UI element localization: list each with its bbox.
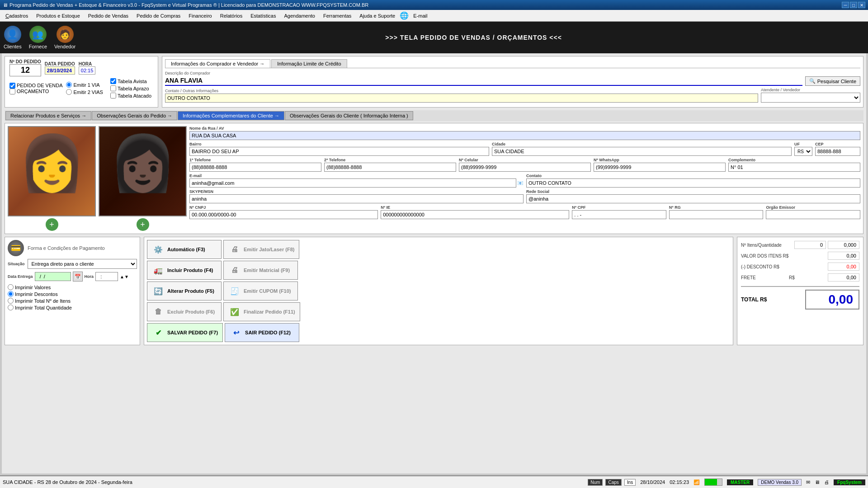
menu-email[interactable]: E-mail (410, 12, 431, 20)
data-pedido-value: 28/10/2024 (45, 66, 75, 75)
hora-entrega-input[interactable] (95, 272, 118, 281)
pesquisar-cliente-button[interactable]: 🔍 Pesquisar Cliente (805, 76, 860, 86)
rg-input[interactable] (669, 210, 764, 219)
tel2-input[interactable] (324, 163, 456, 172)
automatico-button[interactable]: ⚙️ Automático (F3) (147, 240, 222, 259)
cep-input[interactable] (815, 147, 860, 156)
tabela-avista-checkbox[interactable] (110, 78, 116, 84)
emitir-jato-button[interactable]: 🖨 Emitir Jato/Laser (F8) (223, 240, 299, 259)
tabela-aprazo-checkbox[interactable] (110, 85, 116, 91)
emitir1-radio[interactable]: Emitir 1 VIA (66, 82, 103, 88)
section-tab-info-complementar[interactable]: Informações Complementares do Cliente → (178, 111, 284, 120)
print-total-itens[interactable]: Imprimir Total Nº de Itens (8, 298, 137, 304)
person-image-1 (9, 127, 95, 216)
menu-pedido-compras[interactable]: Pedido de Compras (133, 12, 184, 20)
vendedor-icon: 🧑 (57, 26, 74, 43)
excluir-produto-button[interactable]: 🗑 Excluir Produto (F6) (147, 302, 222, 321)
situacao-select[interactable]: Entrega direto para o cliente Aguardando (28, 259, 137, 269)
incluir-produto-button[interactable]: 🚛 Incluir Produto (F4) (147, 261, 222, 280)
menu-pedido-vendas[interactable]: Pedido de Vendas (85, 12, 132, 20)
toolbar-clientes[interactable]: 👤 Clientes (4, 26, 22, 49)
finalizar-pedido-button[interactable]: ✅ Finalizar Pedido (F11) (223, 302, 300, 321)
photo-add-button-2[interactable]: + (137, 218, 149, 231)
tabela-atacado-checkbox[interactable] (110, 93, 116, 99)
print-descontos[interactable]: Imprimir Descontos (8, 291, 137, 297)
whatsapp-label: Nº WhatsApp (594, 158, 726, 162)
calendar-button[interactable]: 📅 (73, 272, 83, 282)
finalizar-pedido-icon: ✅ (228, 305, 241, 318)
print-descontos-radio[interactable] (8, 291, 14, 297)
skype-input[interactable] (189, 194, 524, 203)
complemento-input[interactable] (728, 163, 860, 172)
info-tab-credito[interactable]: Informação Limite de Crédito (271, 59, 347, 68)
whatsapp-input[interactable] (594, 163, 726, 172)
close-button[interactable]: ✕ (858, 2, 865, 8)
emitir2-radio[interactable]: Emitir 2 VIAS (66, 89, 103, 95)
cpf-input[interactable] (572, 210, 666, 219)
person-image-2 (99, 127, 186, 216)
menu-relatorios[interactable]: Relatórios (217, 12, 246, 20)
pedido-venda-check[interactable]: PEDIDO DE VENDA (9, 83, 62, 89)
valor-itens-label: VALOR DOS ITENS R$ (741, 253, 788, 258)
alterar-produto-button[interactable]: 🔄 Alterar Produto (F5) (147, 282, 222, 300)
salvar-icon: ✔ (152, 326, 165, 339)
emitir2-radio-input[interactable] (66, 89, 72, 95)
emitir-cupom-button[interactable]: 🧾 Emitir CUPOM (F10) (223, 282, 298, 300)
cnpj-input[interactable] (189, 210, 378, 219)
menu-financeiro[interactable]: Financeiro (185, 12, 215, 20)
atendente-select[interactable] (761, 93, 860, 103)
title-bar-controls[interactable]: ─ □ ✕ (842, 2, 865, 8)
tel1-field: 1ª Telefone (189, 158, 321, 172)
uf-select[interactable]: RS SP RJ (794, 147, 812, 156)
emitir-matricial-button[interactable]: 🖨 Emitir Matricial (F9) (223, 261, 298, 280)
contato-input[interactable] (165, 94, 758, 103)
toolbar-fornece[interactable]: 👥 Fornece (29, 26, 47, 49)
menu-ferramentas[interactable]: Ferramentas (320, 12, 355, 20)
maximize-button[interactable]: □ (850, 2, 857, 8)
print-total-qtd-radio[interactable] (8, 305, 14, 310)
rede-social-field: Rede Social (526, 189, 860, 203)
menu-cadastros[interactable]: Cadastros (2, 12, 32, 20)
menu-agendamento[interactable]: Agendamento (280, 12, 319, 20)
tel1-input[interactable] (189, 163, 321, 172)
print-valores[interactable]: Imprimir Valores (8, 284, 137, 290)
status-demo: DEMO Vendas 3.0 (758, 479, 802, 486)
section-tab-observacoes-internas[interactable]: Observações Gerais do Cliente ( Informaç… (285, 111, 413, 120)
print-total-qtd[interactable]: Imprimir Total Quantidade (8, 305, 137, 310)
minimize-button[interactable]: ─ (842, 2, 849, 8)
tabela-aprazo-check[interactable]: Tabela Aprazo (110, 85, 151, 91)
contato-form-input[interactable] (526, 178, 860, 188)
section-tab-observacoes[interactable]: Observações Gerais do Pedido → (92, 111, 177, 120)
sair-pedido-button[interactable]: ↩ SAIR PEDIDO (F12) (225, 323, 299, 342)
print-valores-radio[interactable] (8, 284, 14, 290)
email-input[interactable] (189, 178, 516, 188)
section-tab-produtos[interactable]: Relacionar Produtos e Serviços → (5, 111, 91, 120)
pedido-right: Informações do Comprador e Vendedor → In… (162, 56, 863, 108)
toolbar-vendedor[interactable]: 🧑 Vendedor (54, 26, 75, 49)
tabela-avista-check[interactable]: Tabela Avista (110, 78, 151, 84)
hora-entrega-label: Hora (85, 274, 94, 279)
info-tab-comprador[interactable]: Informações do Comprador e Vendedor → (165, 59, 270, 68)
orcamento-check[interactable]: ORÇAMENTO (9, 89, 62, 94)
print-total-itens-radio[interactable] (8, 298, 14, 304)
cidade-input[interactable] (492, 147, 792, 156)
menu-estatisticas[interactable]: Estatísticas (247, 12, 279, 20)
celular-input[interactable] (459, 163, 591, 172)
tabela-atacado-check[interactable]: Tabela Atacado (110, 93, 151, 99)
emitir1-radio-input[interactable] (66, 82, 72, 88)
ie-input[interactable] (381, 210, 569, 219)
action-row-2: 🚛 Incluir Produto (F4) 🖨 Emitir Matricia… (147, 261, 730, 280)
orcamento-checkbox[interactable] (9, 89, 15, 94)
data-entrega-input[interactable] (35, 272, 71, 281)
bairro-input[interactable] (189, 147, 489, 156)
print-total-itens-label: Imprimir Total Nº de Itens (15, 298, 71, 304)
salvar-pedido-button[interactable]: ✔ SALVAR PEDIDO (F7) (147, 323, 223, 342)
rede-social-input[interactable] (526, 194, 860, 203)
menu-produtos-estoque[interactable]: Produtos e Estoque (33, 12, 84, 20)
photo-add-button-1[interactable]: + (46, 218, 58, 231)
descricao-value: ANA FLAVIA (165, 76, 802, 86)
menu-ajuda[interactable]: Ajuda e Suporte (356, 12, 399, 20)
rua-input[interactable] (189, 131, 860, 140)
orgao-input[interactable] (766, 210, 860, 219)
pedido-venda-checkbox[interactable] (9, 83, 15, 89)
